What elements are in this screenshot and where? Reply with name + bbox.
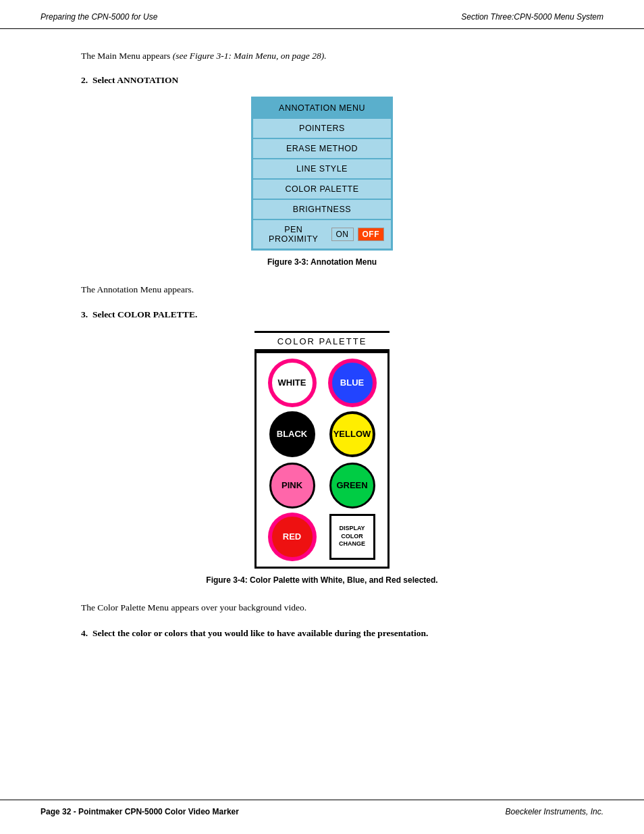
footer-page-prefix: Page 32 - <box>41 807 78 816</box>
page-header: Preparing the CPN-5000 for Use Section T… <box>0 0 644 29</box>
page-footer: Page 32 - Pointmaker CPN-5000 Color Vide… <box>0 800 644 823</box>
pen-proximity-on-button[interactable]: ON <box>331 228 354 241</box>
step-4: 4. Select the color or colors that you w… <box>81 627 563 640</box>
menu-pointers[interactable]: POINTERS <box>252 118 392 138</box>
figure-3-3-caption: Figure 3-3: Annotation Menu <box>81 257 563 267</box>
step-3: 3. Select COLOR PALETTE. COLOR PALETTE W… <box>81 309 563 585</box>
figure-3-4-rest: Color Palette with White, Blue, and Red … <box>248 575 438 585</box>
figure-3-3-bold: Figure 3-3: <box>267 257 308 267</box>
color-yellow[interactable]: YELLOW <box>329 411 375 457</box>
footer-product-name: Pointmaker CPN-5000 Color Video Marker <box>78 807 239 816</box>
figure-3-4-bold: Figure 3-4: <box>206 575 247 585</box>
color-palette-title: COLOR PALETTE <box>277 336 367 346</box>
figure-3-3-rest: Annotation Menu <box>308 257 377 267</box>
color-pink[interactable]: PINK <box>269 463 315 509</box>
annotation-appears-text: The Annotation Menu appears. <box>81 283 563 296</box>
menu-title: ANNOTATION MENU <box>252 98 392 118</box>
header-right: Section Three:CPN-5000 Menu System <box>461 12 603 22</box>
menu-brightness[interactable]: BRIGHTNESS <box>252 199 392 219</box>
color-green[interactable]: GREEN <box>329 463 375 509</box>
palette-row-3: PINK GREEN <box>262 463 382 509</box>
menu-pen-proximity: PEN PROXIMITY ON OFF <box>252 219 392 249</box>
pen-proximity-off-button[interactable]: OFF <box>358 228 385 241</box>
intro-text-start: The Main Menu appears <box>81 51 173 61</box>
menu-line-style[interactable]: LINE STYLE <box>252 159 392 179</box>
display-color-change[interactable]: DISPLAYCOLORCHANGE <box>329 514 375 560</box>
figure-3-4-caption: Figure 3-4: Color Palette with White, Bl… <box>81 575 563 585</box>
annotation-menu: ANNOTATION MENU POINTERS ERASE METHOD LI… <box>251 97 393 251</box>
color-palette-section: COLOR PALETTE WHITE BLUE BLACK <box>81 331 563 569</box>
color-white[interactable]: WHITE <box>269 360 315 406</box>
step-2: 2. Select ANNOTATION ANNOTATION MENU POI… <box>81 75 563 267</box>
pen-proximity-label: PEN PROXIMITY <box>260 225 327 244</box>
color-red[interactable]: RED <box>269 514 315 560</box>
color-palette-title-bar: COLOR PALETTE <box>254 331 390 351</box>
footer-left: Page 32 - Pointmaker CPN-5000 Color Vide… <box>41 807 239 816</box>
bottom-text: The Color Palette Menu appears over your… <box>81 601 563 615</box>
step3-label: 3. Select COLOR PALETTE. <box>81 309 563 320</box>
color-black[interactable]: BLACK <box>269 411 315 457</box>
intro-text-italic: (see Figure 3-1: Main Menu, on page 28). <box>173 51 327 61</box>
footer-right: Boeckeler Instruments, Inc. <box>506 807 603 816</box>
palette-row-1: WHITE BLUE <box>262 360 382 406</box>
color-palette-box: WHITE BLUE BLACK YELLOW <box>254 351 390 569</box>
palette-row-4: RED DISPLAYCOLORCHANGE <box>262 514 382 560</box>
intro-paragraph: The Main Menu appears (see Figure 3-1: M… <box>81 49 563 63</box>
color-blue[interactable]: BLUE <box>329 360 375 406</box>
page-content: The Main Menu appears (see Figure 3-1: M… <box>0 29 644 675</box>
palette-row-2: BLACK YELLOW <box>262 411 382 457</box>
header-left: Preparing the CPN-5000 for Use <box>41 12 157 22</box>
annotation-menu-container: ANNOTATION MENU POINTERS ERASE METHOD LI… <box>81 97 563 251</box>
menu-erase-method[interactable]: ERASE METHOD <box>252 138 392 159</box>
step2-label: 2. Select ANNOTATION <box>81 75 563 86</box>
step4-label: 4. Select the color or colors that you w… <box>81 627 563 640</box>
menu-color-palette[interactable]: COLOR PALETTE <box>252 179 392 199</box>
